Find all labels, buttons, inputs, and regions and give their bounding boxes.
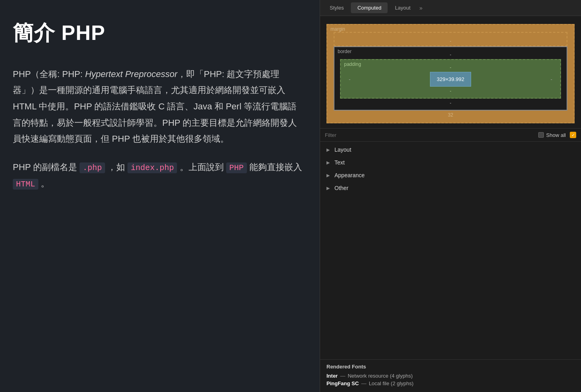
box-model-diagram: margin - border - padding - - 329×39.992… <box>320 16 581 128</box>
section-layout-label: Layout <box>334 147 351 153</box>
section-text-label: Text <box>334 159 345 166</box>
section-layout[interactable]: ▶ Layout <box>320 143 581 156</box>
padding-bottom-val: - <box>346 88 555 94</box>
margin-box: margin - border - padding - - 329×39.992… <box>326 24 575 123</box>
show-all-container: Show all <box>538 132 566 138</box>
font-pingfang-name: PingFang SC <box>326 380 359 386</box>
font-inter-dash: — <box>340 373 345 379</box>
border-top-val: - <box>340 52 561 57</box>
code-html: HTML <box>13 179 38 190</box>
left-val: - <box>346 77 353 82</box>
tab-more-icon[interactable]: » <box>419 5 422 11</box>
section-text[interactable]: ▶ Text <box>320 156 581 169</box>
font-entry-pingfang: PingFang SC — Local file (2 glyphs) <box>326 380 575 386</box>
code-php-ext: .php <box>80 162 105 173</box>
show-all-checked-checkbox[interactable]: ✓ <box>570 132 576 138</box>
paragraph-2: PHP 的副檔名是 .php ，如 index.php 。上面說到 PHP 能夠… <box>13 159 304 192</box>
p2-mid1: ，如 <box>107 162 125 172</box>
padding-top-val: - <box>346 65 555 70</box>
filter-bar: Show all ✓ <box>320 128 581 142</box>
border-label: border <box>338 49 352 54</box>
margin-bottom-val: 32 <box>334 111 567 119</box>
font-pingfang-source: Local file (2 glyphs) <box>369 380 414 386</box>
right-val: - <box>548 77 555 82</box>
content-size-box: 329×39.992 <box>430 72 471 87</box>
font-pingfang-dash: — <box>361 380 366 386</box>
section-appearance[interactable]: ▶ Appearance <box>320 169 581 182</box>
section-appearance-label: Appearance <box>334 172 365 178</box>
code-index-php: index.php <box>127 162 177 173</box>
padding-box: padding - - 329×39.992 - - <box>340 59 561 99</box>
computed-sections: ▶ Layout ▶ Text ▶ Appearance ▶ Other <box>320 142 581 359</box>
font-inter-source: Network resource (4 glyphs) <box>348 373 413 379</box>
p2-suffix: 。 <box>41 178 50 188</box>
paragraph-1: PHP（全稱: PHP: Hypertext Preprocessor，即「PH… <box>13 66 304 147</box>
rendered-fonts-section: Rendered Fonts Inter — Network resource … <box>320 359 581 392</box>
appearance-arrow-icon: ▶ <box>326 173 331 178</box>
filter-input[interactable] <box>325 132 534 138</box>
layout-arrow-icon: ▶ <box>326 147 331 152</box>
margin-label: margin <box>330 26 345 32</box>
font-inter-name: Inter <box>326 373 338 379</box>
left-panel: 簡介 PHP PHP（全稱: PHP: Hypertext Preprocess… <box>0 0 320 392</box>
p2-prefix: PHP 的副檔名是 <box>13 162 77 172</box>
p2-mid2: 。上面說到 <box>180 162 224 172</box>
section-other-label: Other <box>334 185 348 191</box>
code-php: PHP <box>226 162 247 173</box>
border-bottom-val: - <box>340 100 561 106</box>
margin-top-val: - <box>334 32 567 46</box>
padding-label: padding <box>344 61 361 67</box>
other-arrow-icon: ▶ <box>326 186 331 191</box>
border-box: border - padding - - 329×39.992 - - - <box>334 46 567 111</box>
tab-layout[interactable]: Layout <box>388 2 417 13</box>
p2-mid3: 能夠直接嵌入 <box>249 162 302 172</box>
text-arrow-icon: ▶ <box>326 160 331 165</box>
right-panel: Styles Computed Layout » margin - border… <box>320 0 581 392</box>
section-other[interactable]: ▶ Other <box>320 182 581 194</box>
tab-styles[interactable]: Styles <box>323 2 350 13</box>
tabs-bar: Styles Computed Layout » <box>320 0 581 16</box>
tab-computed[interactable]: Computed <box>351 2 388 13</box>
content-row: - 329×39.992 - <box>346 72 555 87</box>
font-entry-inter: Inter — Network resource (4 glyphs) <box>326 373 575 379</box>
rendered-fonts-title: Rendered Fonts <box>326 364 575 370</box>
show-all-unchecked-checkbox[interactable] <box>538 132 544 138</box>
show-all-label: Show all <box>546 132 566 138</box>
page-heading: 簡介 PHP <box>13 14 304 52</box>
